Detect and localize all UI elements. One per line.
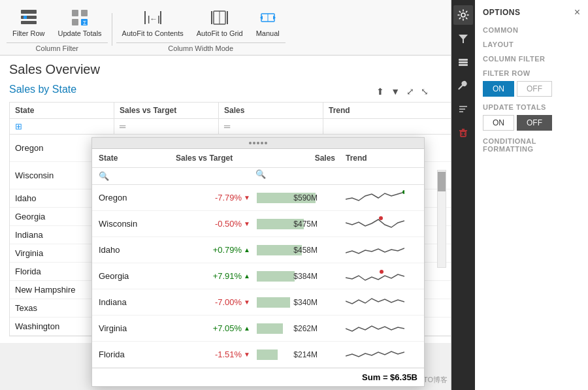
modal-sales-virginia: $262M xyxy=(255,319,340,338)
svg-text:Σ: Σ xyxy=(83,20,87,26)
panel-delete-icon[interactable] xyxy=(453,123,473,142)
modal-bar-val-florida: $214M xyxy=(293,350,318,359)
svg-rect-5 xyxy=(81,10,88,16)
modal-target-val-idaho: +0.79% xyxy=(213,245,242,255)
autofit-contents-button[interactable]: |←| AutoFit to Contents xyxy=(116,4,189,41)
update-totals-on-button[interactable]: ON xyxy=(483,115,514,131)
modal-bar-val-oregon: $590M xyxy=(293,193,318,203)
modal-filter-state[interactable]: 🔍 xyxy=(92,169,171,183)
filter-state[interactable]: ⊞ xyxy=(10,119,114,134)
filter-row-on-button[interactable]: ON xyxy=(483,81,514,97)
modal-header[interactable] xyxy=(92,138,424,149)
filter-sales[interactable]: ═ xyxy=(219,119,323,134)
modal-target-florida: -1.51% ▼ xyxy=(171,347,255,362)
modal-state-indiana: Indiana xyxy=(92,295,171,310)
section-filter-row-label: FILTER ROW xyxy=(483,69,580,77)
filter-row-button[interactable]: Filter Row xyxy=(7,4,51,41)
section-column-filter: COLUMN FILTER xyxy=(483,55,580,63)
table-header: State Sales vs Target Sales Trend xyxy=(10,103,453,119)
modal-bar-val-idaho: $458M xyxy=(293,246,318,255)
panel-sort-icon[interactable] xyxy=(453,99,473,119)
section-conditional-formatting: CONDITIONAL FORMATTING xyxy=(483,137,580,153)
panel-filter-icon[interactable] xyxy=(453,29,473,48)
modal-target-val-indiana: -7.00% xyxy=(215,297,242,307)
modal-search-state-icon: 🔍 xyxy=(99,171,109,181)
filter-trend xyxy=(323,119,453,134)
panel-gear-icon[interactable] xyxy=(453,5,473,25)
modal-sales-wisconsin: $475M xyxy=(255,215,340,233)
modal-col-sales: Sales xyxy=(255,152,340,165)
modal-row-wisconsin: Wisconsin -0.50% ▼ $475M xyxy=(92,211,424,237)
panel-layers-icon[interactable] xyxy=(453,52,473,72)
modal-bar-indiana: $340M xyxy=(257,296,319,309)
modal-row-indiana: Indiana -7.00% ▼ $340M xyxy=(92,289,424,316)
options-header: OPTIONS × xyxy=(483,7,580,18)
col-header-sales-target: Sales vs Target xyxy=(114,103,219,118)
autofit-grid-button[interactable]: AutoFit to Grid xyxy=(191,4,249,41)
modal-bar-fill-georgia xyxy=(257,271,295,282)
filter-row-off-button[interactable]: OFF xyxy=(517,81,552,97)
filter-sales-target[interactable]: ═ xyxy=(114,119,219,134)
modal-target-indiana: -7.00% ▼ xyxy=(171,295,255,310)
modal-row-virginia: Virginia +7.05% ▲ $262M xyxy=(92,316,424,342)
modal-bar-florida: $214M xyxy=(257,348,319,361)
drag-dot-5 xyxy=(265,142,267,144)
toolbar-separator-1 xyxy=(112,13,112,46)
expand-icon[interactable]: ⤡ xyxy=(421,86,429,97)
modal-row-georgia: Georgia +7.91% ▲ $384M xyxy=(92,263,424,289)
svg-point-24 xyxy=(402,190,404,194)
svg-rect-9 xyxy=(144,11,146,24)
manual-button[interactable]: Manual xyxy=(250,4,286,41)
modal-target-wisconsin: -0.50% ▼ xyxy=(171,216,255,231)
col-header-trend: Trend xyxy=(323,103,453,118)
modal-trend-wisconsin xyxy=(340,211,424,236)
svg-rect-10 xyxy=(160,11,161,24)
svg-rect-30 xyxy=(459,61,468,63)
modal-target-virginia: +7.05% ▲ xyxy=(171,321,255,336)
modal-filter-row: 🔍 🔍 xyxy=(92,168,424,185)
modal-filter-sales[interactable]: 🔍 xyxy=(255,169,340,183)
share-icon[interactable]: ⬆ xyxy=(376,86,384,97)
svg-rect-2 xyxy=(21,21,37,24)
modal-arrow-virginia: ▲ xyxy=(244,325,250,332)
drag-dot-1 xyxy=(249,142,252,144)
panel-wrench-icon[interactable] xyxy=(453,76,473,95)
autofit-grid-icon xyxy=(209,7,230,28)
scrollbar-track[interactable] xyxy=(437,170,446,268)
options-title: OPTIONS xyxy=(483,8,521,17)
modal-state-florida: Florida xyxy=(92,347,171,362)
modal-filter-target[interactable] xyxy=(171,169,255,183)
options-close-button[interactable]: × xyxy=(574,7,580,18)
modal-bar-virginia: $262M xyxy=(257,322,319,335)
modal-bar-fill-virginia xyxy=(257,323,283,334)
modal-target-val-virginia: +7.05% xyxy=(213,323,242,333)
modal-col-target: Sales vs Target xyxy=(171,152,255,165)
section-common-label: COMMON xyxy=(483,26,580,34)
filter-row-toggle: ON OFF xyxy=(483,81,580,97)
manual-label: Manual xyxy=(256,29,280,38)
svg-rect-31 xyxy=(459,64,468,66)
modal-sales-idaho: $458M xyxy=(255,241,340,259)
modal-state-wisconsin: Wisconsin xyxy=(92,216,171,231)
group-column-width-label: Column Width Mode xyxy=(116,42,286,55)
update-totals-off-button[interactable]: OFF xyxy=(517,115,552,131)
modal-bar-fill-indiana xyxy=(257,297,290,308)
modal-col-state: State xyxy=(92,152,171,165)
section-filter-row: FILTER ROW ON OFF xyxy=(483,69,580,97)
modal-arrow-indiana: ▼ xyxy=(244,299,250,306)
table-filter-row: ⊞ ═ ═ xyxy=(10,119,453,135)
group-column-filter-label: Column Filter xyxy=(7,42,108,55)
section-layout: LAYOUT xyxy=(483,41,580,48)
modal-target-idaho: +0.79% ▲ xyxy=(171,242,255,257)
modal-sales-indiana: $340M xyxy=(255,293,340,312)
modal-target-val-georgia: +7.91% xyxy=(213,271,242,281)
svg-rect-12 xyxy=(211,11,212,24)
modal-overlay: State Sales vs Target Sales Trend 🔍 🔍 Or… xyxy=(91,137,425,387)
drag-dot-4 xyxy=(261,142,263,144)
svg-point-26 xyxy=(380,270,384,274)
modal-trend-virginia xyxy=(340,316,424,341)
update-totals-button[interactable]: Σ Update Totals xyxy=(52,4,108,41)
focus-icon[interactable]: ⤢ xyxy=(406,86,414,97)
filter-icon[interactable]: ▼ xyxy=(391,86,400,97)
scrollbar-thumb[interactable] xyxy=(438,172,446,191)
